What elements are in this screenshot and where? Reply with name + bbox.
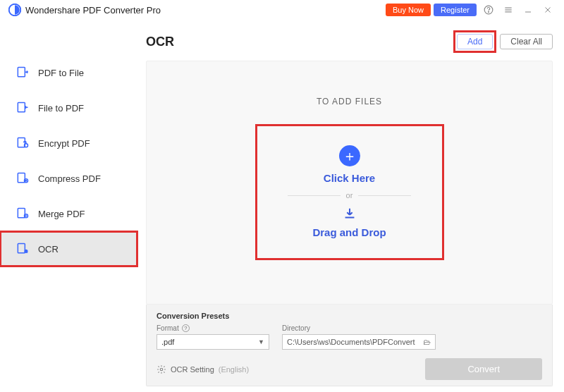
plus-circle-icon[interactable]: ＋: [339, 145, 360, 166]
sidebar-item-merge-pdf[interactable]: Merge PDF: [0, 196, 137, 231]
dropzone-area: TO ADD FILES ＋ Click Here or Drag and Dr…: [146, 61, 553, 305]
register-button[interactable]: Register: [434, 4, 477, 16]
drag-and-drop-label: Drag and Drop: [312, 226, 386, 238]
caret-down-icon: ▼: [258, 338, 264, 345]
convert-button[interactable]: Convert: [425, 358, 542, 380]
directory-value: C:\Users\ws\Documents\PDFConvert: [287, 338, 415, 346]
sidebar-item-label: PDF to File: [38, 68, 84, 78]
app-title: Wondershare PDF Converter Pro: [25, 5, 161, 16]
sidebar-item-label: Encrypt PDF: [38, 138, 90, 149]
add-button[interactable]: Add: [457, 34, 493, 49]
svg-point-20: [160, 368, 163, 371]
app-logo-icon: [8, 4, 21, 16]
svg-rect-9: [18, 68, 25, 77]
close-icon[interactable]: [540, 2, 556, 18]
help-icon[interactable]: [481, 2, 496, 18]
content-area: OCR Add Clear All TO ADD FILES ＋ Click H…: [137, 20, 564, 392]
merge-icon: [16, 207, 30, 221]
dropbox[interactable]: ＋ Click Here or Drag and Drop: [255, 124, 444, 260]
download-icon: [341, 205, 358, 222]
gear-icon[interactable]: [157, 365, 166, 374]
sidebar-item-file-to-pdf[interactable]: File to PDF: [0, 90, 137, 125]
sidebar-item-label: File to PDF: [38, 103, 84, 114]
title-bar: Wondershare PDF Converter Pro Buy Now Re…: [0, 0, 564, 20]
svg-point-2: [489, 11, 489, 12]
presets-title: Conversion Presets: [157, 312, 542, 320]
encrypt-icon: [16, 136, 30, 150]
menu-icon[interactable]: [501, 2, 516, 18]
to-add-files-label: TO ADD FILES: [317, 97, 382, 106]
directory-label: Directory: [282, 324, 436, 332]
format-label: Format?: [157, 324, 269, 332]
sidebar-item-pdf-to-file[interactable]: PDF to File: [0, 55, 137, 90]
page-title: OCR: [146, 35, 174, 49]
clear-all-button[interactable]: Clear All: [500, 34, 553, 49]
sidebar-item-encrypt-pdf[interactable]: Encrypt PDF: [0, 125, 137, 161]
ocr-setting-label[interactable]: OCR Setting: [171, 365, 214, 374]
add-button-highlight: Add: [455, 32, 494, 51]
format-value: .pdf: [161, 338, 174, 346]
file-to-pdf-icon: [16, 101, 30, 115]
click-here-label[interactable]: Click Here: [324, 172, 375, 184]
sidebar-item-label: Merge PDF: [38, 209, 85, 219]
pdf-to-file-icon: [16, 66, 30, 80]
svg-rect-17: [18, 244, 25, 253]
sidebar-item-label: OCR: [38, 244, 59, 255]
minimize-icon[interactable]: [520, 2, 536, 18]
sidebar-item-ocr[interactable]: A OCR: [0, 231, 137, 267]
directory-input[interactable]: C:\Users\ws\Documents\PDFConvert 🗁: [282, 334, 436, 350]
format-select[interactable]: .pdf ▼: [157, 334, 269, 350]
sidebar-item-label: Compress PDF: [38, 173, 101, 184]
svg-rect-10: [18, 103, 25, 112]
ocr-icon: A: [16, 242, 30, 256]
sidebar-item-compress-pdf[interactable]: Compress PDF: [0, 161, 137, 196]
ocr-setting-lang: (English): [219, 365, 249, 374]
sidebar: PDF to File File to PDF Encrypt PDF Comp…: [0, 20, 137, 392]
presets-panel: Conversion Presets Format? .pdf ▼ Direct…: [146, 305, 553, 386]
help-qmark-icon[interactable]: ?: [182, 324, 190, 332]
compress-icon: [16, 171, 30, 185]
svg-point-12: [25, 144, 28, 147]
or-divider: or: [288, 191, 411, 200]
svg-text:A: A: [25, 250, 27, 253]
buy-now-button[interactable]: Buy Now: [386, 4, 431, 16]
folder-icon[interactable]: 🗁: [423, 338, 431, 346]
